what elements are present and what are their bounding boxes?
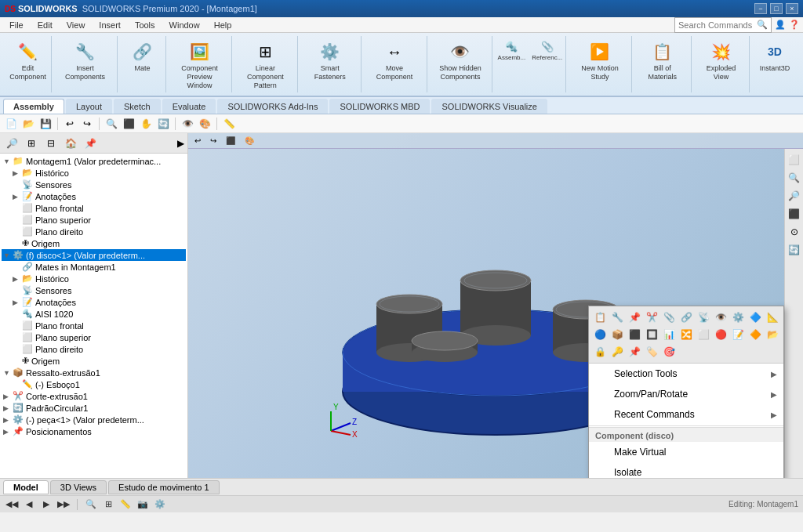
maximize-button[interactable]: □ — [770, 3, 783, 14]
ctx-item-recent-commands[interactable]: Recent Commands ▶ — [589, 404, 783, 425]
tree-item-plano-direito-1[interactable]: ⬜ Plano direito — [2, 226, 186, 237]
ctx-icon-16[interactable]: 📊 — [661, 327, 677, 342]
tab-assembly[interactable]: Assembly — [3, 99, 64, 114]
zoom-button[interactable]: 🔍 — [104, 116, 119, 132]
open-file-button[interactable]: 📂 — [20, 116, 36, 132]
bottom-tab-3d-views[interactable]: 3D Views — [50, 480, 107, 494]
menu-insert[interactable]: Insert — [93, 19, 127, 31]
tab-solidworks-mbd[interactable]: SOLIDWORKS MBD — [329, 99, 430, 114]
tree-item-plano-direito-2[interactable]: ⬜ Plano direito — [2, 343, 186, 355]
ctx-icon-20[interactable]: 📝 — [730, 327, 746, 342]
status-next-button[interactable]: ▶▶ — [56, 498, 71, 512]
save-file-button[interactable]: 💾 — [38, 116, 53, 132]
undo-button[interactable]: ↩ — [62, 116, 78, 132]
ribbon-btn-exploded-view[interactable]: 💥 Exploded View — [696, 38, 746, 83]
view-cube-button[interactable]: ⬜ — [787, 152, 802, 168]
tree-more-button[interactable]: ▶ — [177, 138, 184, 149]
ribbon-btn-bill-of-materials[interactable]: 📋 Bill of Materials — [637, 38, 688, 83]
ctx-icon-1[interactable]: 📋 — [592, 309, 608, 325]
zoom-out-button[interactable]: 🔎 — [787, 188, 802, 204]
tree-item-disco[interactable]: ▼ ⚙️ (f) disco<1> (Valor predeterm... — [2, 249, 186, 261]
tree-item-esboco1[interactable]: ✏️ (-) Esboço1 — [2, 378, 186, 390]
tree-item-plano-superior-2[interactable]: ⬜ Plano superior — [2, 331, 186, 343]
tree-item-historico-2[interactable]: ▶ 📂 Histórico — [2, 273, 186, 284]
tree-item-anotacoes-1[interactable]: ▶ 📝 Anotações — [2, 190, 186, 202]
status-camera-button[interactable]: 📷 — [136, 498, 150, 512]
ribbon-btn-assembly[interactable]: 🔩 Assemb... — [496, 38, 529, 62]
tree-item-origem-1[interactable]: ✙ Origem — [2, 237, 186, 249]
ctx-icon-8[interactable]: 👁️ — [713, 309, 729, 325]
ribbon-btn-reference[interactable]: 📎 Referenc... — [529, 38, 565, 62]
tree-item-ressalto[interactable]: ▼ 📦 Ressalto-extrusão1 — [2, 367, 186, 378]
rotate-button[interactable]: 🔄 — [155, 116, 171, 132]
tree-item-plano-frontal-2[interactable]: ⬜ Plano frontal — [2, 320, 186, 331]
tree-pin-button[interactable]: 📌 — [82, 135, 99, 152]
tree-item-plano-superior-1[interactable]: ⬜ Plano superior — [2, 214, 186, 226]
status-measure-button[interactable]: 📏 — [118, 498, 133, 512]
ribbon-btn-new-motion-study[interactable]: ▶️ New Motion Study — [571, 38, 628, 83]
search-commands-input[interactable] — [678, 20, 757, 30]
close-button[interactable]: × — [786, 3, 798, 14]
tab-solidworks-visualize[interactable]: SOLIDWORKS Visualize — [431, 99, 547, 114]
ctx-icon-24[interactable]: 🔑 — [609, 344, 625, 360]
tree-item-origem-2[interactable]: ✙ Origem — [2, 355, 186, 367]
ribbon-btn-show-hidden[interactable]: 👁️ Show Hidden Components — [432, 38, 489, 83]
ctx-icon-4[interactable]: ✂️ — [644, 309, 659, 325]
bottom-tab-model[interactable]: Model — [3, 480, 49, 494]
3d-viewport[interactable]: ↩ ↪ ⬛ 🎨 — [188, 133, 803, 478]
ctx-icon-13[interactable]: 📦 — [609, 327, 625, 342]
status-play-button[interactable]: ▶ — [39, 498, 53, 512]
ctx-icon-5[interactable]: 📎 — [661, 309, 677, 325]
ctx-item-isolate[interactable]: Isolate — [589, 462, 783, 478]
ctx-icon-22[interactable]: 📂 — [765, 327, 780, 342]
bottom-tab-estudo[interactable]: Estudo de movimento 1 — [108, 480, 220, 494]
ctx-icon-26[interactable]: 🏷️ — [644, 344, 659, 360]
ribbon-btn-mate[interactable]: 🔗 Mate — [126, 38, 158, 74]
menu-file[interactable]: File — [3, 19, 30, 31]
zoom-in-button[interactable]: 🔍 — [787, 170, 802, 186]
menu-edit[interactable]: Edit — [31, 19, 59, 31]
tree-item-posicionamentos[interactable]: ▶ 📌 Posicionamentos — [2, 425, 186, 437]
ribbon-btn-insert-components[interactable]: 🔧 Insert Components — [56, 38, 114, 83]
redo-button[interactable]: ↪ — [79, 116, 95, 132]
status-settings-button[interactable]: ⚙️ — [153, 498, 167, 512]
ctx-icon-17[interactable]: 🔀 — [678, 327, 694, 342]
ctx-icon-14[interactable]: ⬛ — [627, 327, 642, 342]
ctx-icon-15[interactable]: 🔲 — [644, 327, 659, 342]
ctx-icon-27[interactable]: 🎯 — [661, 344, 677, 360]
new-file-button[interactable]: 📄 — [3, 116, 19, 132]
status-first-button[interactable]: ◀◀ — [5, 498, 19, 512]
ctx-item-zoom-pan[interactable]: Zoom/Pan/Rotate ▶ — [589, 384, 783, 404]
view-button[interactable]: 👁️ — [180, 116, 195, 132]
ribbon-btn-instant3d[interactable]: 3D Instant3D — [757, 38, 794, 74]
ctx-item-selection-tools[interactable]: Selection Tools ▶ — [589, 364, 783, 384]
tree-item-sensores-1[interactable]: 📡 Sensores — [2, 179, 186, 190]
status-prev-button[interactable]: ◀ — [22, 498, 36, 512]
minimize-button[interactable]: − — [754, 3, 767, 14]
tree-item-montagem[interactable]: ▼ 📁 Montagem1 (Valor predeterminac... — [2, 155, 186, 167]
ribbon-btn-edit-component[interactable]: ✏️ EditComponent — [6, 38, 49, 83]
tree-item-mates[interactable]: 🔗 Mates in Montagem1 — [2, 261, 186, 273]
ribbon-btn-component-preview[interactable]: 🖼️ Component Preview Window — [171, 38, 228, 91]
user-icon[interactable]: 👤 — [775, 20, 786, 30]
status-grid-button[interactable]: ⊞ — [101, 498, 115, 512]
tab-evaluate[interactable]: Evaluate — [162, 99, 216, 114]
tree-home-button[interactable]: 🏠 — [62, 135, 79, 152]
ctx-icon-19[interactable]: 🔴 — [713, 327, 729, 342]
ctx-icon-6[interactable]: 🔗 — [678, 309, 694, 325]
ctx-icon-25[interactable]: 📌 — [627, 344, 642, 360]
ctx-icon-18[interactable]: ⬜ — [696, 327, 711, 342]
tree-item-historico-1[interactable]: ▶ 📂 Histórico — [2, 167, 186, 179]
fit-button[interactable]: ⬛ — [121, 116, 136, 132]
tree-item-anotacoes-2[interactable]: ▶ 📝 Anotações — [2, 296, 186, 308]
help-icon[interactable]: ❓ — [789, 20, 800, 30]
pan-button[interactable]: ✋ — [138, 116, 154, 132]
measure-button[interactable]: 📏 — [221, 116, 237, 132]
tree-item-aisi1020[interactable]: 🔩 AISI 1020 — [2, 308, 186, 320]
tree-item-padrao-circular[interactable]: ▶ 🔄 PadrãoCircular1 — [2, 402, 186, 414]
tree-item-corte-extrusao[interactable]: ▶ ✂️ Corte-extrusão1 — [2, 390, 186, 402]
ctx-icon-7[interactable]: 📡 — [696, 309, 711, 325]
display-button[interactable]: 🎨 — [197, 116, 213, 132]
ctx-icon-23[interactable]: 🔒 — [592, 344, 608, 360]
ctx-icon-9[interactable]: ⚙️ — [730, 309, 746, 325]
